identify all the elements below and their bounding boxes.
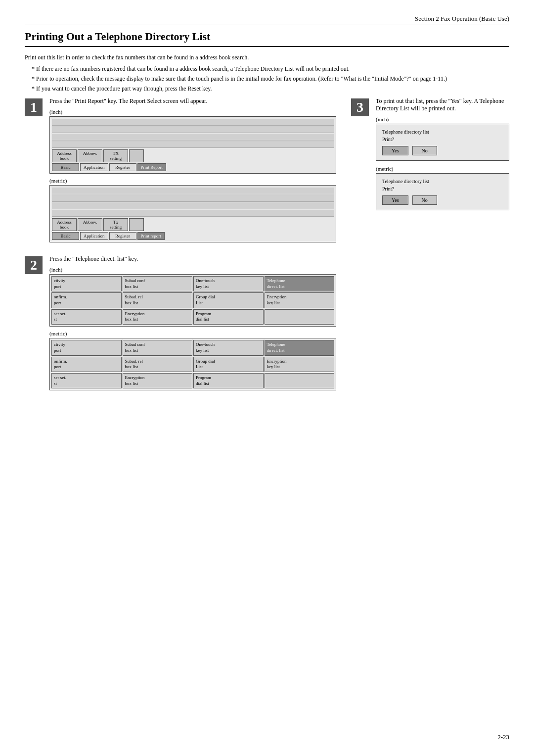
step3-metric-yes-button[interactable]: Yes <box>382 195 408 205</box>
step-2-block: 2 Press the "Telephone direct. list" key… <box>25 255 336 394</box>
tab-register[interactable]: Register <box>109 163 136 171</box>
m-grid-cell-subad-rel[interactable]: Subad. relbox list <box>123 357 193 372</box>
grid-cell-group-dial-list[interactable]: Group dialList <box>193 292 264 308</box>
step3-metric-dialog: Telephone directory list Print? Yes No <box>376 173 509 210</box>
step3-inch-label: (inch) <box>376 116 509 122</box>
address-book-btn[interactable]: Addressbook <box>52 149 77 162</box>
m-grid-cell-user-set[interactable]: ser set.st <box>51 373 122 388</box>
tab-print-report[interactable]: Print Report <box>137 163 166 171</box>
section-title: Section 2 Fax Operation (Basic Use) <box>415 15 509 22</box>
step-2-content: Press the "Telephone direct. list" key. … <box>49 255 336 394</box>
screen-row-m4 <box>52 210 334 217</box>
grid-cell-empty <box>265 309 335 325</box>
step-1-number: 1 <box>25 98 43 116</box>
step3-metric-dialog-question: Print? <box>382 186 503 191</box>
step1-metric-screen: Addressbook Abbrev. Txsetting Basic Appl… <box>49 185 336 242</box>
m-grid-cell-one-touch[interactable]: One-touchkey list <box>193 340 264 355</box>
bullet-item-2: Prior to operation, check the message di… <box>32 75 509 83</box>
grid-cell-confirm-report[interactable]: onfirm.port <box>51 292 122 308</box>
step2-inch-label: (inch) <box>49 267 336 273</box>
tab-application[interactable]: Application <box>80 163 108 171</box>
m-tab-print-report[interactable]: Print report <box>137 232 165 240</box>
m-grid-cell-program-dial[interactable]: Programdial list <box>193 373 264 388</box>
screen-row-m2 <box>52 195 334 202</box>
page-header: Section 2 Fax Operation (Basic Use) <box>25 15 509 25</box>
step3-inch-no-button[interactable]: No <box>412 146 437 155</box>
grid-cell-one-touch[interactable]: One-touchkey list <box>193 276 264 291</box>
step3-metric-dialog-title: Telephone directory list <box>382 179 503 184</box>
step2-inch-grid-screen: ctivityport Subad confbox list One-touch… <box>49 274 336 327</box>
grid-cell-program-dial[interactable]: Programdial list <box>193 309 264 325</box>
step1-metric-rows <box>52 188 334 217</box>
step-2-number: 2 <box>25 256 43 274</box>
step1-metric-btn-row: Addressbook Abbrev. Txsetting <box>52 218 334 231</box>
m-grid-cell-encryption-key[interactable]: Encryptionkey list <box>265 357 335 372</box>
m-tab-basic[interactable]: Basic <box>52 232 79 240</box>
m-grid-cell-group-dial-list[interactable]: Group dialList <box>193 357 264 372</box>
step1-inch-screen: Addressbook Abbrev. TXsetting Basic Appl… <box>49 116 336 174</box>
step-1-block: 1 Press the "Print Report" key. The Repo… <box>25 97 336 246</box>
step3-inch-dialog-buttons: Yes No <box>382 146 503 155</box>
step-1-content: Press the "Print Report" key. The Report… <box>49 97 336 246</box>
screen-row-3 <box>52 134 334 141</box>
m-grid-cell-subad-conf[interactable]: Subad confbox list <box>123 340 193 355</box>
step3-inch-dialog-title: Telephone directory list <box>382 129 503 135</box>
abbrev-btn[interactable]: Abbrev. <box>78 149 102 162</box>
bullet-item-3: If you want to cancel the procedure part… <box>32 85 509 93</box>
step1-metric-tab-row: Basic Application Register Print report <box>52 232 334 240</box>
step1-metric-label: (metric) <box>49 178 336 184</box>
m-tab-register[interactable]: Register <box>109 232 136 240</box>
tab-basic[interactable]: Basic <box>52 163 79 171</box>
step3-inch-dialog-question: Print? <box>382 137 503 142</box>
step-3-number: 3 <box>351 98 369 116</box>
grid-cell-telephone-direct[interactable]: Telephonedirect. list <box>265 276 335 291</box>
step3-inch-dialog: Telephone directory list Print? Yes No <box>376 124 509 161</box>
m-tx-setting-btn[interactable]: Txsetting <box>103 218 128 231</box>
step3-metric-no-button[interactable]: No <box>412 195 437 205</box>
grid-cell-activity-report[interactable]: ctivityport <box>51 276 122 291</box>
m-grid-cell-telephone-direct[interactable]: Telephonedirect. list <box>265 340 335 355</box>
m-abbrev-btn[interactable]: Abbrev. <box>78 218 102 231</box>
step2-inch-grid: ctivityport Subad confbox list One-touch… <box>51 276 334 325</box>
extra-btn <box>129 149 144 162</box>
m-grid-cell-activity-report[interactable]: ctivityport <box>51 340 122 355</box>
m-address-book-btn[interactable]: Addressbook <box>52 218 77 231</box>
step-3-content: To print out that list, press the "Yes" … <box>376 97 509 215</box>
step2-metric-label: (metric) <box>49 331 336 336</box>
step1-inch-btn-row: Addressbook Abbrev. TXsetting <box>52 149 334 162</box>
grid-cell-encryption-box[interactable]: Encryptionbox list <box>123 309 193 325</box>
step3-metric-dialog-buttons: Yes No <box>382 195 503 205</box>
screen-row-1 <box>52 119 334 126</box>
screen-row-m1 <box>52 188 334 194</box>
grid-cell-subad-rel[interactable]: Subad. relbox list <box>123 292 193 308</box>
m-grid-cell-confirm-report[interactable]: onfirm.port <box>51 357 122 372</box>
step-3-text: To print out that list, press the "Yes" … <box>376 97 509 112</box>
m-grid-cell-empty <box>265 373 335 388</box>
page-number: 2-23 <box>497 733 509 741</box>
bullet-list: If there are no fax numbers registered t… <box>32 65 509 93</box>
screen-row-4 <box>52 141 334 148</box>
intro-text: Print out this list in order to check th… <box>25 54 509 61</box>
grid-cell-user-set[interactable]: ser set.st <box>51 309 122 325</box>
step1-inch-tab-row: Basic Application Register Print Report <box>52 163 334 171</box>
bullet-item-1: If there are no fax numbers registered t… <box>32 65 509 73</box>
step2-metric-grid: ctivityport Subad confbox list One-touch… <box>51 340 334 388</box>
grid-cell-subad-conf[interactable]: Subad confbox list <box>123 276 193 291</box>
step2-metric-grid-screen: ctivityport Subad confbox list One-touch… <box>49 338 336 390</box>
tx-setting-btn[interactable]: TXsetting <box>103 149 128 162</box>
step-3-block: 3 To print out that list, press the "Yes… <box>351 97 509 215</box>
step1-inch-rows <box>52 119 334 148</box>
screen-row-m3 <box>52 202 334 209</box>
left-column: 1 Press the "Print Report" key. The Repo… <box>25 97 336 403</box>
step1-inch-label: (inch) <box>49 109 336 115</box>
grid-cell-encryption-key[interactable]: Encryptionkey list <box>265 292 335 308</box>
screen-row-2 <box>52 126 334 133</box>
step3-inch-yes-button[interactable]: Yes <box>382 146 408 155</box>
step-1-text: Press the "Print Report" key. The Report… <box>49 97 336 105</box>
page-title: Printing Out a Telephone Directory List <box>25 30 509 47</box>
m-tab-application[interactable]: Application <box>80 232 108 240</box>
step3-metric-label: (metric) <box>376 166 509 172</box>
right-column: 3 To print out that list, press the "Yes… <box>351 97 509 403</box>
m-grid-cell-encryption-box[interactable]: Encryptionbox list <box>123 373 193 388</box>
m-extra-btn <box>129 218 144 231</box>
